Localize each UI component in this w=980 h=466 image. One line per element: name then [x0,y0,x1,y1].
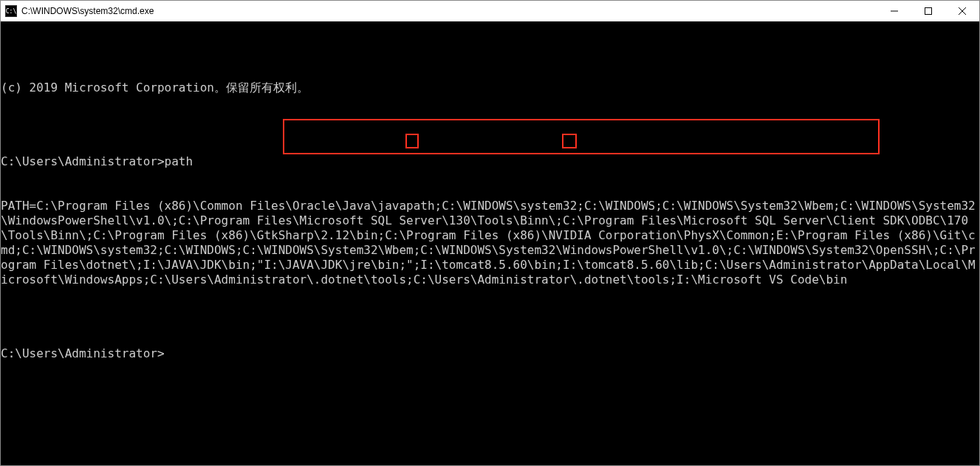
svg-rect-1 [925,8,932,15]
cmd-icon-text: C:\ [6,8,16,15]
copyright-line: (c) 2019 Microsoft Corporation。保留所有权利。 [1,80,979,95]
cmd-icon: C:\ [5,5,17,17]
path-output: PATH=C:\Program Files (x86)\Common Files… [1,199,979,287]
window-title: C:\WINDOWS\system32\cmd.exe [21,6,877,16]
prompt-path-command: C:\Users\Administrator>path [1,154,979,169]
titlebar[interactable]: C:\ C:\WINDOWS\system32\cmd.exe [1,1,979,21]
terminal-content: (c) 2019 Microsoft Corporation。保留所有权利。 C… [1,51,979,391]
terminal-area[interactable]: (c) 2019 Microsoft Corporation。保留所有权利。 C… [1,21,979,465]
maximize-button[interactable] [911,1,945,21]
close-button[interactable] [945,1,979,21]
window-controls [877,1,979,21]
minimize-button[interactable] [877,1,911,21]
cmd-window: C:\ C:\WINDOWS\system32\cmd.exe (c) 2019… [0,0,980,466]
prompt-current: C:\Users\Administrator> [1,346,979,361]
